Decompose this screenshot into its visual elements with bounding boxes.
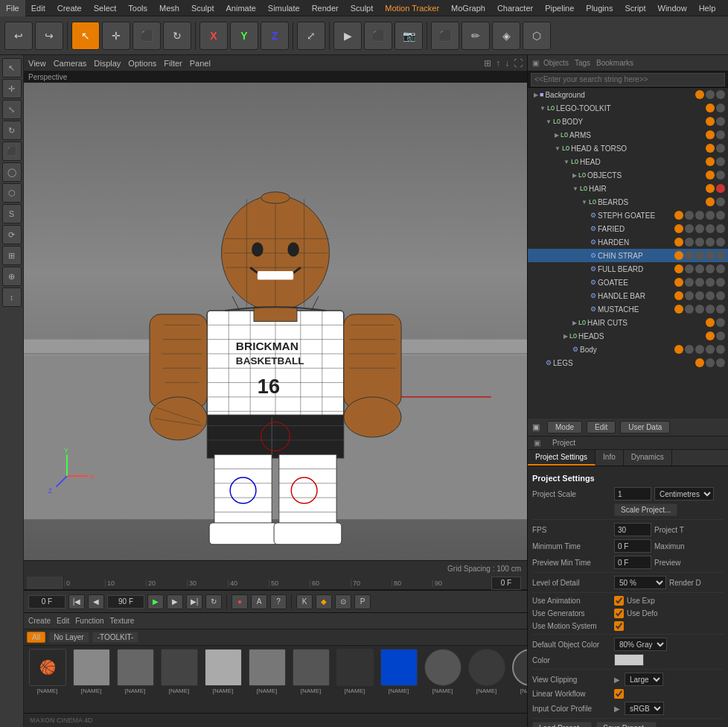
undo-btn[interactable]: ↩ [4, 22, 33, 50]
render-view[interactable]: ⬛ [364, 22, 392, 50]
tree-background[interactable]: ▶ ■ Background [528, 88, 728, 101]
menu-render[interactable]: Render [306, 0, 345, 16]
lt-unk3[interactable]: ⬡ [2, 183, 22, 203]
use-animation-check[interactable] [614, 596, 624, 606]
rotate-tool[interactable]: ↻ [163, 22, 191, 50]
mat-item-9[interactable]: [NAME] [378, 649, 419, 694]
move-tool[interactable]: ✛ [102, 22, 130, 50]
menu-pipeline[interactable]: Pipeline [539, 0, 580, 16]
view-clipping-select[interactable]: Large [625, 673, 663, 686]
edit-tab[interactable]: Edit [587, 421, 616, 434]
frame-current-input[interactable] [491, 577, 521, 590]
menu-animate[interactable]: Animate [220, 0, 261, 16]
redo-btn[interactable]: ↪ [35, 22, 63, 50]
mat-item-10[interactable]: [NAME] [422, 649, 463, 694]
lt-unk8[interactable]: ↕ [2, 288, 22, 307]
cube-btn[interactable]: ⬛ [431, 22, 459, 50]
tree-faried[interactable]: ⚙ FARIED [528, 222, 728, 235]
menu-mograph[interactable]: MoGraph [445, 0, 491, 16]
lod-select[interactable]: 50 % [614, 576, 666, 589]
menu-edit[interactable]: Edit [25, 0, 51, 16]
mat-item-7[interactable]: [NAME] [290, 649, 331, 694]
tc-key3[interactable]: ⊙ [335, 594, 351, 609]
vp-icon-4[interactable]: ⛶ [514, 58, 523, 69]
tree-objects[interactable]: ▶ L0 OBJECTS [528, 168, 728, 182]
lt-rotate[interactable]: ↻ [2, 121, 22, 140]
mat-item-6[interactable]: [NAME] [246, 649, 287, 694]
tc-step-back[interactable]: ◀ [88, 594, 104, 609]
transform-btn[interactable]: ⤢ [297, 22, 325, 50]
axis-x[interactable]: X [199, 22, 228, 50]
menu-sculpt[interactable]: Sculpt [185, 0, 220, 16]
preview-min-input[interactable] [614, 556, 651, 569]
axis-z[interactable]: Z [261, 22, 289, 50]
mat-item-3[interactable]: [NAME] [115, 649, 156, 694]
tree-handle-bar[interactable]: ⚙ HANDLE BAR [528, 289, 728, 302]
tree-hair[interactable]: ▼ L0 HAIR [528, 182, 728, 195]
menu-help[interactable]: Help [693, 0, 722, 16]
tc-prev-btn[interactable]: |◀ [68, 594, 85, 609]
vp-view[interactable]: View [28, 59, 46, 68]
select-tool[interactable]: ↖ [71, 22, 100, 50]
save-preset-btn[interactable]: Save Preset... [596, 722, 657, 727]
menu-motion-tracker[interactable]: Motion Tracker [379, 0, 445, 16]
mat-item-1[interactable]: 🏀 [NAME] [27, 649, 68, 694]
menu-sculpt2[interactable]: Sculpt [345, 0, 380, 16]
mat-item-11[interactable]: [NAME] [466, 649, 507, 694]
project-scale-unit-select[interactable]: Centimetres [654, 487, 714, 501]
mode-tab[interactable]: Mode [547, 421, 582, 434]
deform-btn[interactable]: ⬡ [523, 22, 551, 50]
tab-dynamics[interactable]: Dynamics [624, 450, 672, 466]
mb-function[interactable]: Function [75, 617, 103, 625]
mat-item-12[interactable]: [NAME] [510, 649, 527, 694]
menu-create[interactable]: Create [51, 0, 88, 16]
tc-play[interactable]: ▶ [147, 594, 164, 609]
tree-harden[interactable]: ⚙ HARDEN [528, 235, 728, 249]
menu-window[interactable]: Window [652, 0, 693, 16]
lt-unk5[interactable]: ⟳ [2, 225, 22, 244]
menu-character[interactable]: Character [491, 0, 539, 16]
tree-chin-strap[interactable]: ⚙ CHIN STRAP [528, 249, 728, 262]
axis-y[interactable]: Y [230, 22, 258, 50]
lt-unk7[interactable]: ⊕ [2, 267, 22, 286]
search-input[interactable] [531, 73, 725, 86]
menu-simulate[interactable]: Simulate [262, 0, 306, 16]
mb-texture[interactable]: Texture [110, 617, 135, 625]
default-object-color-select[interactable]: 80% Gray [614, 638, 667, 651]
vp-filter[interactable]: Filter [164, 59, 182, 68]
mb-edit[interactable]: Edit [57, 617, 69, 625]
linear-workflow-check[interactable] [614, 689, 624, 699]
tree-hair-cuts[interactable]: ▶ L0 HAIR CUTS [528, 316, 728, 329]
tree-mustache[interactable]: ⚙ MUSTACHE [528, 302, 728, 316]
mat-item-4[interactable]: [NAME] [159, 649, 199, 694]
tree-beards[interactable]: ▼ L0 BEARDS [528, 195, 728, 209]
menu-mesh[interactable]: Mesh [153, 0, 185, 16]
scale-project-btn[interactable]: Scale Project... [614, 504, 677, 516]
tc-next-btn[interactable]: ▶| [186, 594, 202, 609]
vp-panel[interactable]: Panel [190, 59, 211, 68]
mat-item-2[interactable]: [NAME] [71, 649, 112, 694]
viewport-canvas[interactable]: BRICKMAN BASKETBALL 16 [24, 83, 527, 560]
use-generators-check[interactable] [614, 609, 624, 618]
vp-options[interactable]: Options [128, 59, 156, 68]
tab-project-settings[interactable]: Project Settings [528, 450, 596, 466]
min-time-input[interactable] [614, 539, 651, 553]
fps-input[interactable] [614, 523, 651, 536]
render-region[interactable]: ▶ [333, 22, 362, 50]
menu-tools[interactable]: Tools [122, 0, 153, 16]
mat-item-5[interactable]: [NAME] [202, 649, 243, 694]
tc-step-fwd[interactable]: ▶ [167, 594, 183, 609]
filter-toolkit[interactable]: -TOOLKIT- [92, 632, 139, 643]
lt-unk4[interactable]: S [2, 204, 22, 223]
tree-body[interactable]: ▼ L0 BODY [528, 115, 728, 128]
lt-unk1[interactable]: ⬛ [2, 142, 22, 161]
lt-unk2[interactable]: ◯ [2, 162, 22, 182]
tc-auto[interactable]: A [251, 594, 267, 609]
vp-icon-2[interactable]: ↑ [496, 58, 500, 69]
filter-no-layer[interactable]: No Layer [48, 632, 89, 643]
lt-move[interactable]: ✛ [2, 79, 22, 98]
tc-loop[interactable]: ↻ [205, 594, 222, 609]
tree-head[interactable]: ▼ L0 HEAD [528, 155, 728, 168]
vp-icon-1[interactable]: ⊞ [484, 58, 491, 69]
lt-select[interactable]: ↖ [2, 58, 22, 77]
